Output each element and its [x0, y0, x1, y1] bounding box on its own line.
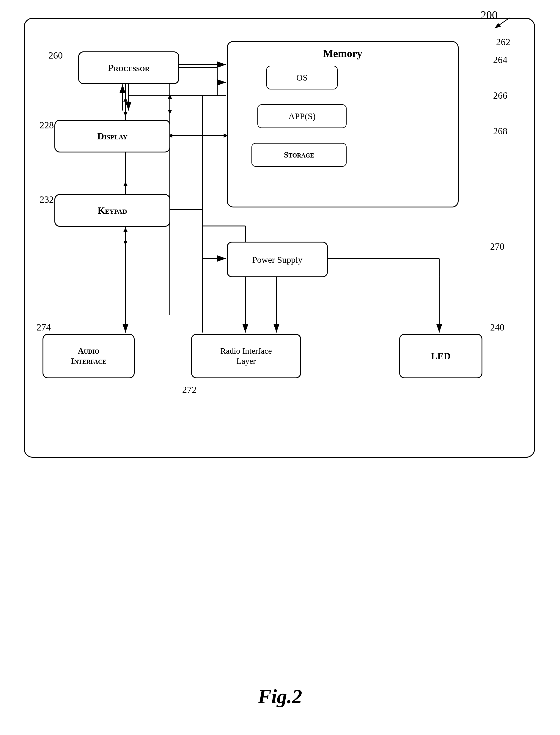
ref-262: 262	[496, 37, 510, 48]
power-supply-block: Power Supply	[227, 242, 328, 277]
processor-label: Processor	[108, 62, 150, 73]
power-supply-label: Power Supply	[252, 254, 302, 265]
ref-232: 232	[40, 194, 54, 205]
figure-caption: Fig.2	[258, 685, 302, 708]
ref-240: 240	[490, 322, 504, 333]
keypad-label: Keypad	[97, 205, 127, 216]
ref-272: 272	[182, 384, 196, 395]
apps-label: APP(S)	[288, 111, 316, 121]
led-block: LED	[399, 334, 482, 378]
radio-interface-layer-label: Radio InterfaceLayer	[220, 346, 272, 366]
ref-270: 270	[490, 241, 504, 252]
memory-block: Memory OS APP(S) Storage	[227, 41, 459, 207]
led-label: LED	[431, 350, 451, 362]
display-block: Display	[54, 120, 170, 152]
ref-266: 266	[493, 90, 507, 101]
memory-label: Memory	[323, 47, 362, 60]
ref-228: 228	[40, 120, 54, 131]
keypad-block: Keypad	[54, 194, 170, 227]
audio-interface-block: AudioInterface	[43, 334, 135, 378]
svg-line-43	[495, 18, 509, 28]
os-label: OS	[296, 73, 308, 83]
apps-block: APP(S)	[257, 104, 347, 128]
svg-marker-42	[123, 227, 128, 232]
ref-200-arrow	[489, 16, 512, 31]
svg-marker-14	[168, 95, 172, 99]
ref-264: 264	[493, 54, 507, 65]
ref-274: 274	[37, 322, 51, 333]
svg-marker-13	[168, 110, 172, 114]
ref-268: 268	[493, 126, 507, 137]
diagram-container: Processor Memory OS APP(S) Storage Displ…	[24, 18, 535, 458]
radio-interface-layer-block: Radio InterfaceLayer	[191, 334, 301, 378]
audio-interface-label: AudioInterface	[71, 346, 106, 366]
storage-block: Storage	[251, 143, 347, 167]
svg-marker-23	[123, 112, 128, 117]
storage-label: Storage	[284, 150, 314, 160]
svg-marker-30	[123, 182, 128, 186]
ref-260: 260	[48, 50, 63, 61]
os-block: OS	[266, 66, 338, 89]
svg-marker-24	[123, 97, 128, 102]
processor-block: Processor	[78, 51, 179, 84]
display-label: Display	[97, 130, 128, 142]
svg-marker-41	[123, 241, 128, 245]
